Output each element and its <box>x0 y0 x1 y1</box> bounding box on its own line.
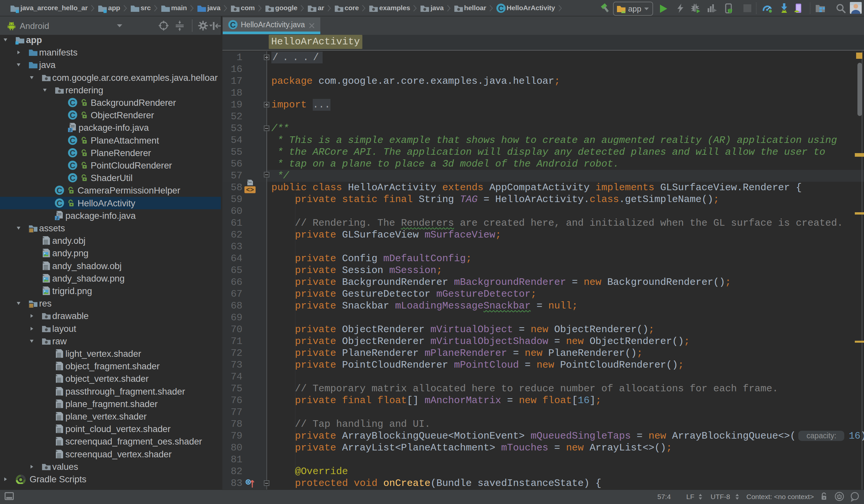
svg-text:J: J <box>56 216 58 220</box>
svg-text:C: C <box>230 20 236 29</box>
svg-text:C: C <box>57 186 62 195</box>
svg-text:C: C <box>70 148 75 157</box>
svg-text:C: C <box>70 136 75 145</box>
svg-text:C: C <box>57 199 62 208</box>
svg-text:C: C <box>70 98 75 107</box>
svg-text:C: C <box>498 4 504 13</box>
svg-text:C: C <box>70 111 75 120</box>
svg-text:C: C <box>70 161 75 170</box>
svg-text:C: C <box>70 173 75 182</box>
svg-text:<>: <> <box>246 186 254 193</box>
svg-text:J: J <box>69 128 71 132</box>
